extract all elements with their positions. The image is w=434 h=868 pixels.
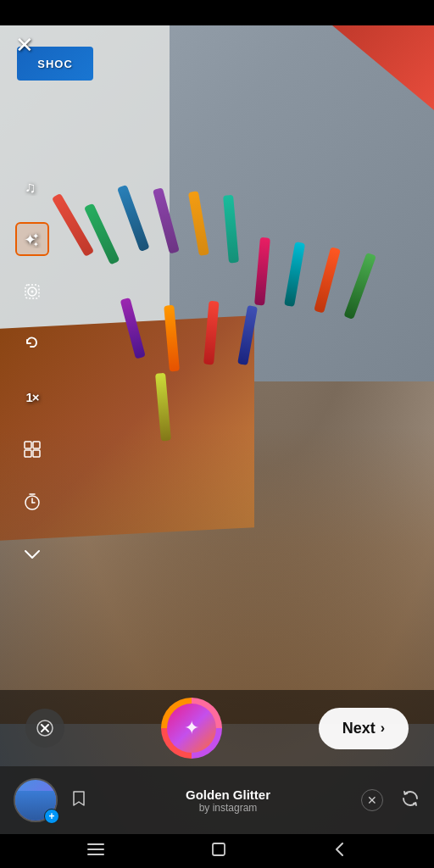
filter-close-button[interactable]: ✕ [361, 789, 383, 811]
svg-rect-10 [33, 450, 40, 457]
marker-14 [237, 305, 258, 365]
marker-11 [120, 298, 146, 359]
marker-2 [84, 203, 120, 264]
user-avatar-container[interactable]: + [14, 778, 58, 822]
music-icon: ♫ [23, 177, 42, 196]
filter-name: Golden Glitter [95, 787, 361, 802]
next-button[interactable]: Next › [319, 708, 409, 749]
face-retouch-button[interactable] [15, 275, 49, 309]
marker-9 [314, 247, 341, 313]
marker-15 [155, 373, 171, 442]
nav-home-button[interactable] [210, 841, 227, 862]
bottom-navigation [0, 834, 434, 868]
marker-1 [52, 193, 94, 257]
bookmark-button[interactable] [70, 789, 95, 811]
close-button[interactable]: ✕ [15, 32, 34, 58]
undo-button[interactable] [15, 327, 49, 361]
top-status-bar [0, 0, 434, 25]
face-icon [22, 281, 42, 302]
svg-rect-21 [213, 843, 225, 855]
zoom-button[interactable]: 1× [15, 380, 49, 414]
marker-3 [117, 185, 150, 252]
action-row: ✦ Next › [0, 690, 434, 766]
marker-4 [153, 187, 180, 253]
svg-rect-9 [25, 450, 31, 457]
filter-author: by instagram [95, 802, 361, 814]
marker-5 [188, 191, 209, 256]
timer-button[interactable] [15, 485, 49, 519]
layout-button[interactable] [15, 432, 49, 466]
screen: SHOC ✕ ♫ [0, 0, 434, 868]
marker-7 [254, 237, 270, 306]
capture-inner: ✦ [167, 704, 216, 753]
more-button[interactable] [15, 537, 49, 571]
layout-icon [22, 439, 42, 459]
next-chevron-icon: › [381, 721, 385, 736]
marker-10 [343, 253, 376, 320]
zoom-label: 1× [25, 390, 38, 404]
marker-8 [284, 242, 305, 307]
filter-bar: + Golden Glitter by instagram ✕ [0, 766, 434, 834]
sparkles-icon: ✦ ✦ ✦ [23, 230, 42, 248]
music-tool-button[interactable]: ♫ [15, 170, 49, 203]
effects-tool-button[interactable]: ✦ ✦ ✦ [15, 222, 49, 256]
svg-text:✦: ✦ [32, 231, 39, 241]
nav-back-button[interactable] [332, 840, 348, 863]
chevron-down-icon [22, 548, 42, 561]
undo-icon [22, 334, 42, 354]
filter-refresh-button[interactable] [400, 788, 420, 813]
filter-close-icon: ✕ [367, 793, 377, 807]
bottom-controls: ✦ Next › + Golden Glitte [0, 690, 434, 834]
bookmark-icon [70, 789, 88, 808]
back-icon [332, 840, 348, 859]
svg-rect-7 [25, 442, 31, 448]
capture-sparkle-icon: ✦ [184, 717, 199, 739]
marker-12 [164, 305, 180, 372]
marker-13 [203, 301, 219, 365]
delete-button[interactable] [25, 709, 64, 748]
nav-menu-button[interactable] [86, 842, 105, 861]
svg-point-6 [31, 291, 34, 293]
timer-icon [22, 492, 42, 512]
delete-icon [36, 719, 54, 737]
add-story-badge: + [44, 809, 59, 824]
next-label: Next [342, 720, 376, 737]
marker-6 [223, 195, 239, 264]
svg-text:✦: ✦ [33, 241, 39, 248]
svg-text:♫: ♫ [25, 179, 36, 196]
svg-rect-8 [33, 442, 40, 448]
left-toolbar: ♫ ✦ ✦ ✦ 1× [15, 170, 49, 571]
home-icon [210, 841, 227, 858]
marker-box-text: SHOC [37, 58, 73, 70]
hamburger-icon [86, 842, 105, 857]
capture-button[interactable]: ✦ [161, 698, 222, 759]
refresh-icon [400, 788, 420, 809]
filter-info: Golden Glitter by instagram [95, 787, 361, 814]
